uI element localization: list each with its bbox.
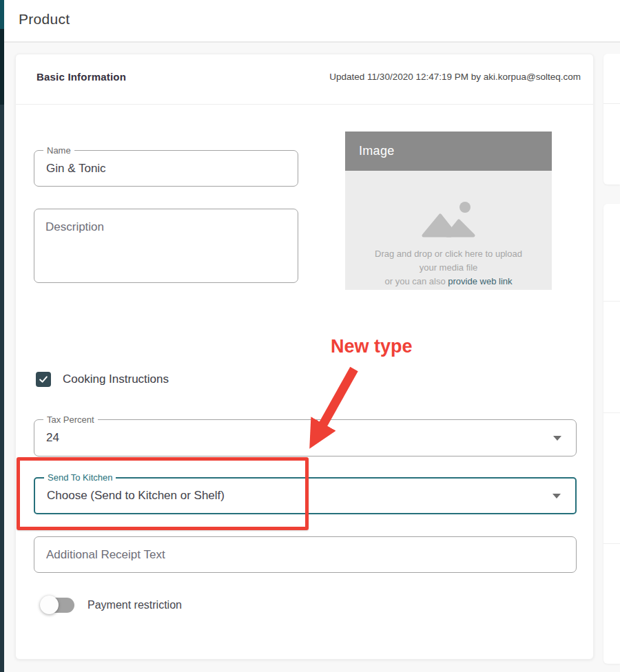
upload-hint-line3-prefix: or you can also [385, 276, 448, 286]
image-dropzone[interactable]: Drag and drop or click here to upload yo… [345, 171, 552, 290]
upload-hint-text: Drag and drop or click here to upload yo… [345, 247, 552, 288]
section-title: Basic Information [37, 71, 126, 83]
tax-percent-select[interactable]: Tax Percent 24 [34, 419, 577, 456]
section-divider [16, 104, 593, 105]
dropdown-arrow-icon[interactable] [553, 436, 561, 441]
additional-receipt-field[interactable] [34, 536, 577, 573]
payment-restriction-row: Payment restriction [42, 597, 182, 613]
sidebar-edge-strip [0, 0, 4, 672]
payment-restriction-toggle[interactable] [42, 597, 74, 613]
cooking-instructions-row: Cooking Instructions [36, 372, 169, 387]
product-screen: Product Basic Information Updated 11/30/… [0, 0, 620, 672]
cooking-instructions-label: Cooking Instructions [63, 372, 169, 386]
send-to-kitchen-value: Choose (Send to Kitchen or Shelf) [47, 479, 548, 513]
toggle-thumb[interactable] [40, 596, 59, 614]
right-panel-divider [603, 103, 620, 104]
image-panel-title: Image [359, 144, 395, 158]
right-panel-sliver-top [603, 54, 620, 185]
sidebar-edge-teal-segment [0, 0, 4, 29]
dropdown-arrow-icon[interactable] [552, 494, 561, 498]
cooking-instructions-checkbox[interactable] [36, 372, 51, 387]
card-header: Basic Information Updated 11/30/2020 12:… [37, 68, 581, 85]
updated-timestamp: Updated 11/30/2020 12:47:19 PM by aki.ko… [329, 72, 581, 82]
right-panel-divider [603, 412, 620, 413]
image-panel-header: Image [345, 132, 552, 171]
description-field[interactable] [34, 209, 298, 283]
basic-information-card: Basic Information Updated 11/30/2020 12:… [15, 54, 594, 660]
sidebar-edge-scroll-thumb[interactable] [0, 29, 4, 105]
right-panel-sliver-bottom [603, 204, 620, 664]
description-textarea[interactable] [34, 209, 298, 282]
image-upload-panel[interactable]: Image Drag and drop or click here to upl… [345, 132, 552, 290]
checkmark-icon [38, 374, 49, 385]
provide-web-link[interactable]: provide web link [448, 276, 512, 286]
page-title: Product [19, 11, 70, 28]
send-to-kitchen-select[interactable]: Send To Kitchen Choose (Send to Kitchen … [34, 477, 577, 514]
right-panel-divider [603, 301, 620, 302]
upload-hint-line3: or you can also provide web link [345, 275, 552, 288]
additional-receipt-input[interactable] [46, 537, 565, 572]
payment-restriction-label: Payment restriction [87, 599, 182, 611]
upload-hint-line2: your media file [345, 261, 552, 275]
name-input[interactable] [46, 151, 287, 186]
tax-percent-value: 24 [46, 420, 548, 456]
image-placeholder-icon [420, 230, 477, 242]
name-field[interactable]: Name [34, 150, 298, 187]
upload-hint-line1: Drag and drop or click here to upload [345, 247, 552, 261]
annotation-text: New type [331, 336, 413, 357]
page-header: Product [0, 0, 620, 43]
right-panel-divider [603, 543, 620, 544]
